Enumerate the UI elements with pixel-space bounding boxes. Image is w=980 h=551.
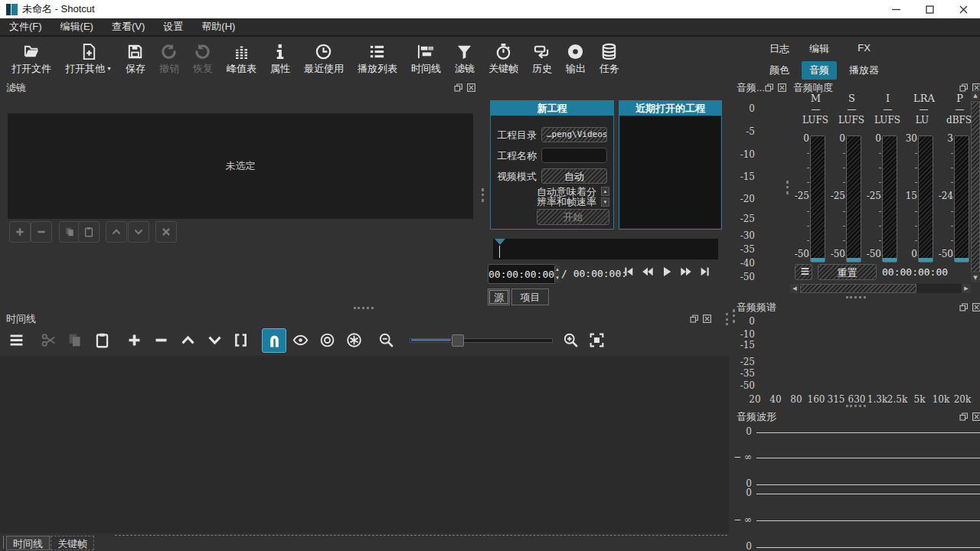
- vscroll-thumb[interactable]: [971, 101, 980, 272]
- maximize-button[interactable]: [913, 0, 946, 18]
- scroll-right-icon[interactable]: ▶: [962, 284, 971, 293]
- timeline-button-ripple[interactable]: [315, 328, 338, 351]
- skip-start-button[interactable]: [622, 266, 635, 278]
- toolbar-button-save[interactable]: 保存: [119, 40, 152, 77]
- minimize-button[interactable]: [879, 0, 913, 18]
- menu-item[interactable]: 帮助(H): [192, 20, 244, 34]
- vertical-splitter-handle[interactable]: [726, 313, 728, 325]
- timeline-button-minus[interactable]: [149, 328, 172, 351]
- loudness-reset-button[interactable]: 重置: [818, 264, 877, 280]
- timeline-zoom-slider[interactable]: [410, 334, 551, 345]
- layout-button-日志[interactable]: 日志: [762, 40, 797, 58]
- project-name-input[interactable]: [541, 148, 607, 163]
- close-panel-icon[interactable]: [466, 83, 476, 93]
- close-panel-icon[interactable]: [972, 412, 980, 422]
- float-panel-icon[interactable]: [453, 83, 463, 93]
- loudness-vscrollbar[interactable]: ▲ ▼: [971, 91, 980, 282]
- timeline-tracks-area[interactable]: [0, 356, 729, 533]
- timeline-button-zoom-out[interactable]: [374, 328, 397, 351]
- horizontal-splitter-handle[interactable]: [354, 307, 374, 309]
- timeline-button-snap[interactable]: [262, 328, 286, 353]
- timeline-button-zoom-fit[interactable]: [585, 328, 608, 351]
- toolbar-button-timeline[interactable]: 时间线: [404, 40, 448, 77]
- toolbar-button-undo[interactable]: 撤销: [152, 40, 186, 77]
- toolbar-button-playlist[interactable]: 播放列表: [351, 40, 404, 77]
- float-panel-icon[interactable]: [959, 302, 969, 312]
- toolbar-button-recent[interactable]: 最近使用: [297, 40, 351, 77]
- spin-down-icon[interactable]: ▼: [555, 274, 560, 282]
- float-panel-icon[interactable]: [689, 314, 699, 324]
- position-timecode-field[interactable]: 00:00:00:00 ▲ ▼: [488, 264, 557, 284]
- timeline-button-menu[interactable]: [5, 328, 28, 351]
- filter-action-paste[interactable]: [78, 221, 100, 243]
- filter-action-chevron-down[interactable]: [128, 221, 149, 243]
- filter-action-plus[interactable]: [9, 221, 31, 243]
- scroll-left-icon[interactable]: ◀: [790, 284, 799, 293]
- playhead-icon[interactable]: [495, 239, 505, 245]
- layout-button-颜色[interactable]: 颜色: [762, 61, 797, 80]
- video-mode-dropdown[interactable]: 自动: [541, 168, 607, 184]
- player-tab-源[interactable]: 源: [488, 289, 510, 305]
- menu-item[interactable]: 设置: [154, 20, 192, 34]
- player-tab-项目[interactable]: 项目: [511, 289, 549, 305]
- timeline-button-scrub[interactable]: [289, 328, 312, 351]
- player-scrubber[interactable]: [493, 239, 718, 259]
- layout-button-FX[interactable]: FX: [841, 40, 887, 58]
- menu-item[interactable]: 编辑(E): [51, 20, 103, 34]
- timeline-button-ripple-all[interactable]: [342, 328, 365, 351]
- menu-item[interactable]: 文件(F): [0, 20, 51, 34]
- timeline-button-copy[interactable]: [63, 328, 86, 351]
- filter-action-minus[interactable]: [31, 221, 52, 243]
- toolbar-button-redo[interactable]: 恢复: [186, 40, 220, 77]
- toolbar-button-history[interactable]: 历史: [525, 40, 559, 77]
- vertical-splitter-handle[interactable]: [733, 309, 735, 323]
- timeline-button-paste[interactable]: [90, 328, 113, 351]
- scroll-up-icon[interactable]: ▲: [971, 91, 980, 100]
- toolbar-button-keyframes[interactable]: 关键帧: [482, 40, 525, 77]
- play-button[interactable]: [661, 266, 673, 278]
- loudness-hscrollbar[interactable]: ◀ ▶: [790, 284, 971, 293]
- timeline-button-chevron-up[interactable]: [176, 328, 199, 351]
- rewind-button[interactable]: [642, 266, 654, 278]
- filter-action-close-x[interactable]: [155, 221, 177, 243]
- recent-projects-list[interactable]: [620, 116, 720, 228]
- close-panel-icon[interactable]: [777, 83, 787, 93]
- toolbar-button-jobs[interactable]: 任务: [593, 40, 626, 77]
- zoom-slider-handle[interactable]: [452, 334, 464, 347]
- dock-tab-关键帧[interactable]: 关键帧: [51, 536, 94, 550]
- skip-end-button[interactable]: [699, 266, 711, 278]
- timeline-button-zoom-in[interactable]: [559, 328, 582, 351]
- layout-button-编辑[interactable]: 编辑: [802, 40, 837, 58]
- toolbar-button-filters[interactable]: 滤镜: [448, 40, 482, 77]
- fast-forward-button[interactable]: [680, 266, 692, 278]
- timeline-button-split[interactable]: [229, 328, 252, 351]
- toolbar-button-export[interactable]: 输出: [559, 40, 593, 77]
- close-panel-icon[interactable]: [702, 314, 712, 324]
- start-button[interactable]: 开始: [537, 209, 609, 225]
- toolbar-button-properties[interactable]: 属性: [263, 40, 297, 77]
- project-dir-button[interactable]: …peng\Videos: [541, 127, 607, 142]
- dock-tab-时间线[interactable]: 时间线: [6, 536, 50, 550]
- timeline-button-cut[interactable]: [37, 328, 60, 351]
- layout-button-播放器[interactable]: 播放器: [841, 61, 887, 80]
- loudness-menu-button[interactable]: [795, 264, 812, 280]
- toolbar-button-open-other[interactable]: 打开其他▼: [58, 40, 119, 77]
- float-panel-icon[interactable]: [764, 83, 774, 93]
- float-panel-icon[interactable]: [959, 412, 969, 422]
- spin-down-icon[interactable]: ▼: [601, 197, 609, 207]
- hscroll-thumb[interactable]: [800, 284, 916, 293]
- filter-action-copy[interactable]: [59, 221, 80, 243]
- layout-button-音频[interactable]: 音频: [802, 61, 837, 80]
- float-panel-icon[interactable]: [959, 83, 969, 93]
- scroll-down-icon[interactable]: ▼: [971, 273, 980, 282]
- horizontal-splitter-handle[interactable]: [846, 405, 866, 407]
- spin-up-icon[interactable]: ▲: [601, 187, 609, 196]
- filter-action-chevron-up[interactable]: [106, 221, 127, 243]
- toolbar-button-open-file[interactable]: 打开文件: [5, 40, 58, 77]
- close-button[interactable]: [946, 0, 980, 18]
- toolbar-button-peak-meter[interactable]: 峰值表: [220, 40, 263, 77]
- spin-up-icon[interactable]: ▲: [555, 266, 560, 274]
- timeline-button-plus[interactable]: [122, 328, 145, 351]
- close-panel-icon[interactable]: [972, 302, 980, 312]
- menu-item[interactable]: 查看(V): [103, 20, 154, 34]
